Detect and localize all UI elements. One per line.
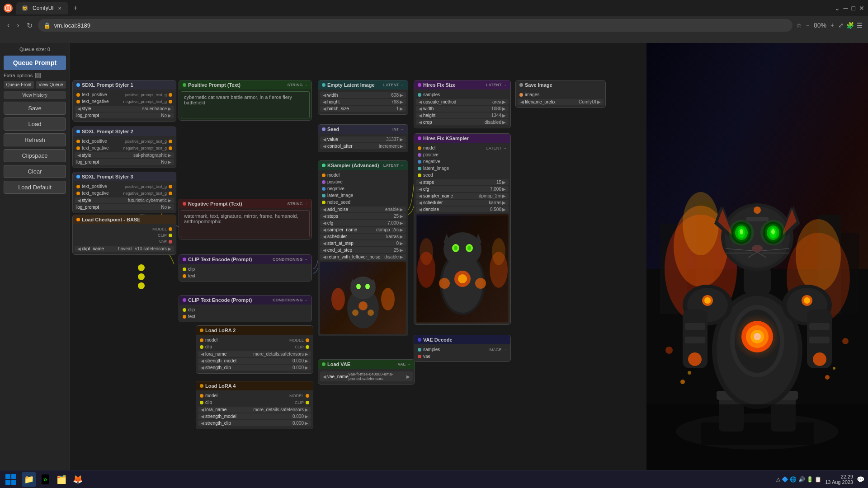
taskbar-terminal[interactable]: » — [38, 472, 52, 487]
log-prompt-field-2[interactable]: log_prompt No ▶ — [75, 159, 174, 165]
zoom-out-icon[interactable]: － — [805, 21, 811, 29]
main-container: Queue size: 0 Queue Prompt Extra options… — [0, 43, 868, 488]
strength-clip-field-2[interactable]: ◀ strength_clip 0.000 ▶ — [198, 365, 311, 371]
height-field[interactable]: ◀ height 768 ▶ — [320, 99, 406, 105]
row-text-negative: text_negative negative_prompt_text_g — [75, 98, 174, 105]
clear-button[interactable]: Clear — [4, 165, 66, 178]
lock-icon: 🔒 — [43, 22, 51, 29]
bookmark-icon[interactable]: ☆ — [796, 22, 802, 29]
load-default-button[interactable]: Load Default — [4, 181, 66, 194]
steps-field[interactable]: ◀ steps 25 ▶ — [320, 213, 406, 219]
menu-icon[interactable]: ☰ — [857, 22, 863, 29]
positive-prompt-text[interactable]: cybernetic cat wears battle armor, in a … — [181, 91, 310, 118]
queue-prompt-button[interactable]: Queue Prompt — [4, 56, 66, 70]
cfg-field[interactable]: ◀ cfg 7.000 ▶ — [320, 220, 406, 226]
row-text-positive: text_positive positive_prompt_text_g — [75, 91, 174, 98]
tab-dropdown-icon[interactable]: ⌄ — [835, 5, 840, 12]
style-field-2[interactable]: ◀ style sai-photographic ▶ — [75, 152, 174, 158]
hires-scheduler-field[interactable]: ◀ scheduler karras ▶ — [416, 200, 509, 206]
style-field-1[interactable]: ◀ style sai-enhance ▶ — [75, 106, 174, 112]
save-button[interactable]: Save — [4, 102, 66, 115]
maximize-icon[interactable]: □ — [852, 5, 855, 12]
clipspace-button[interactable]: Clipspace — [4, 149, 66, 162]
new-tab-button[interactable]: + — [70, 3, 81, 14]
load-vae-node: Load VAE VAE → ◀ vae_name vae-ft-mse-840… — [318, 359, 415, 385]
address-bar[interactable]: 🔒 vm.local:8189 — [38, 19, 793, 32]
negative-prompt-body: watermark, text, signature, mirror, fram… — [179, 208, 311, 239]
zoom-level: 80% — [814, 22, 826, 29]
load-vae-body: ◀ vae_name vae-ft-mse-840000-ema-pruned.… — [318, 369, 415, 384]
hires-width-field[interactable]: ◀ width 1080 ▶ — [416, 106, 509, 112]
scheduler-field[interactable]: ◀ scheduler karras ▶ — [320, 234, 406, 239]
view-queue-button[interactable]: View Queue — [36, 81, 66, 89]
hires-steps-field[interactable]: ◀ steps 15 ▶ — [416, 179, 509, 185]
extensions-icon[interactable]: 🧩 — [846, 22, 854, 29]
hires-denoise-field[interactable]: ◀ denoise 0.500 ▶ — [416, 206, 509, 212]
active-tab[interactable]: 🐱 ComfyUI ✕ — [16, 2, 68, 14]
start-step-field[interactable]: ◀ start_at_step 0 ▶ — [320, 240, 406, 246]
svg-point-64 — [804, 297, 810, 304]
upscale-method-field[interactable]: ◀ upscale_method area ▶ — [416, 99, 509, 105]
ckpt-name-field[interactable]: ◀ ckpt_name haveall_v10.safetensors ▶ — [75, 246, 174, 252]
taskbar-files[interactable]: 🗂️ — [54, 472, 69, 487]
strength-model-field-2[interactable]: ◀ strength_model 0.000 ▶ — [198, 358, 311, 364]
sampler-field[interactable]: ◀ sampler_name dpmpp_2m ▶ — [320, 227, 406, 233]
view-history-button[interactable]: View History — [4, 91, 66, 99]
tab-right-icons: ⌄ ─ □ ✕ — [835, 5, 864, 12]
strength-model-field-4[interactable]: ◀ strength_model 0.000 ▶ — [198, 413, 311, 419]
add-noise-field[interactable]: ◀ add_noise enable ▶ — [320, 206, 406, 212]
tab-close-button[interactable]: ✕ — [57, 5, 63, 11]
sdxl-styler-3-header: SDXL Prompt Styler 3 — [73, 172, 176, 181]
queue-size-label: Queue size: 0 — [4, 47, 66, 52]
ksampler-title: KSampler (Advanced) — [327, 163, 379, 168]
lora-name-field-4[interactable]: ◀ lora_name more_details.safetensors ▶ — [198, 407, 311, 413]
seed-value-field[interactable]: ◀ value 31337 ▶ — [320, 136, 406, 142]
seed-title: Seed — [327, 127, 339, 132]
seed-header: Seed INT → — [318, 125, 408, 134]
style-field-3[interactable]: ◀ style futuristic-cybernetic ▶ — [75, 197, 174, 203]
hires-height-field[interactable]: ◀ height 1344 ▶ — [416, 113, 509, 118]
refresh-button[interactable]: ↻ — [25, 20, 34, 31]
load-button[interactable]: Load — [4, 117, 66, 131]
forward-button[interactable]: › — [15, 20, 21, 30]
back-button[interactable]: ‹ — [5, 20, 11, 30]
hires-ksampler-node: Hires Fix KSampler model LATENT → positi… — [414, 133, 511, 325]
start-button[interactable] — [4, 472, 18, 487]
taskbar-firefox[interactable]: 🦊 — [71, 472, 85, 487]
clip-encode-2-node: CLIP Text Encode (Prompt) CONDITIONING →… — [179, 295, 312, 322]
extra-options-label: Extra options — [4, 73, 33, 78]
strength-clip-field-4[interactable]: ◀ strength_clip 0.000 ▶ — [198, 420, 311, 426]
negative-prompt-node: Negative Prompt (Text) STRING → watermar… — [179, 199, 312, 239]
log-prompt-field-1[interactable]: log_prompt No ▶ — [75, 113, 174, 118]
minimize-icon[interactable]: ─ — [844, 5, 848, 12]
batch-size-field[interactable]: ◀ batch_size 1 ▶ — [320, 106, 406, 112]
taskbar-right: △ 🔷 🌐 🔊 🔋 📋 22:29 13 Aug 2023 💬 — [776, 474, 864, 485]
width-field[interactable]: ◀ width 608 ▶ — [320, 92, 406, 98]
negative-prompt-title: Negative Prompt (Text) — [188, 201, 242, 206]
hires-cfg-field[interactable]: ◀ cfg 7.000 ▶ — [416, 186, 509, 192]
end-step-field[interactable]: ◀ end_at_step 25 ▶ — [320, 247, 406, 253]
fullscreen-icon[interactable]: ⤢ — [838, 22, 844, 29]
negative-prompt-text[interactable]: watermark, text, signature, mirror, fram… — [181, 210, 310, 237]
sdxl-styler-2-body: text_positive positive_prompt_text_g tex… — [73, 136, 176, 168]
queue-front-button[interactable]: Queue Front — [4, 81, 34, 89]
svg-rect-102 — [746, 217, 769, 221]
return-noise-field[interactable]: ◀ return_with_leftover_noise disable ▶ — [320, 254, 406, 260]
hires-crop-field[interactable]: ◀ crop disabled ▶ — [416, 119, 509, 125]
close-window-icon[interactable]: ✕ — [859, 5, 864, 12]
log-prompt-field-3[interactable]: log_prompt No ▶ — [75, 204, 174, 210]
filename-prefix-field[interactable]: ◀ filename_prefix ComfyUI ▶ — [518, 99, 604, 105]
notification-icon[interactable]: 💬 — [857, 476, 864, 483]
refresh-button[interactable]: Refresh — [4, 133, 66, 146]
canvas-area[interactable]: SDXL Prompt Styler 1 text_positive posit… — [70, 43, 646, 488]
lora-name-field-2[interactable]: ◀ lora_name more_details.safetensors ▶ — [198, 351, 311, 357]
hires-sampler-field[interactable]: ◀ sampler_name dpmpp_2m ▶ — [416, 193, 509, 199]
extra-options-checkbox[interactable] — [35, 73, 41, 78]
svg-point-7 — [365, 284, 370, 289]
seed-control-field[interactable]: ◀ control_after increment ▶ — [320, 143, 406, 149]
zoom-in-icon[interactable]: ＋ — [829, 21, 835, 29]
svg-point-60 — [704, 297, 711, 304]
vae-name-field[interactable]: ◀ vae_name vae-ft-mse-840000-ema-pruned.… — [320, 371, 413, 381]
clip-encode-1-node: CLIP Text Encode (Prompt) CONDITIONING →… — [179, 254, 312, 282]
taskbar-explorer[interactable]: 📁 — [22, 472, 36, 487]
